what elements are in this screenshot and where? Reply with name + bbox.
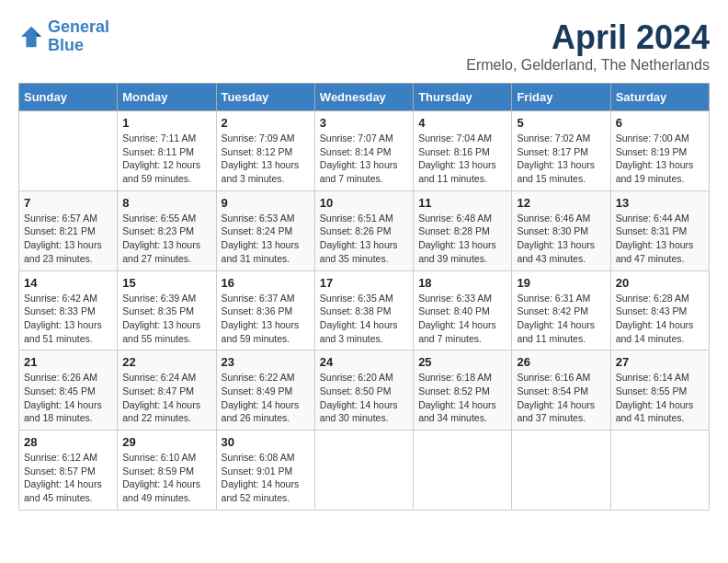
calendar-cell: 12Sunrise: 6:46 AMSunset: 8:30 PMDayligh… xyxy=(512,190,610,270)
header-day-sunday: Sunday xyxy=(19,84,118,111)
day-info: Sunrise: 6:12 AMSunset: 8:57 PMDaylight:… xyxy=(24,451,112,505)
title-area: April 2024 Ermelo, Gelderland, The Nethe… xyxy=(466,18,710,74)
day-number: 7 xyxy=(24,196,112,210)
calendar-cell: 7Sunrise: 6:57 AMSunset: 8:21 PMDaylight… xyxy=(19,190,118,270)
day-info: Sunrise: 6:22 AMSunset: 8:49 PMDaylight:… xyxy=(222,371,310,425)
day-number: 6 xyxy=(616,116,704,130)
day-info: Sunrise: 6:42 AMSunset: 8:33 PMDaylight:… xyxy=(24,292,112,346)
header-day-wednesday: Wednesday xyxy=(314,84,413,111)
header-day-tuesday: Tuesday xyxy=(216,84,314,111)
calendar-cell: 14Sunrise: 6:42 AMSunset: 8:33 PMDayligh… xyxy=(19,270,118,350)
day-number: 26 xyxy=(517,355,605,369)
calendar-cell: 8Sunrise: 6:55 AMSunset: 8:23 PMDaylight… xyxy=(118,190,216,270)
calendar-cell xyxy=(314,431,413,511)
day-info: Sunrise: 6:51 AMSunset: 8:26 PMDaylight:… xyxy=(320,212,408,266)
day-info: Sunrise: 6:57 AMSunset: 8:21 PMDaylight:… xyxy=(24,212,112,266)
header-day-saturday: Saturday xyxy=(610,84,709,111)
day-number: 4 xyxy=(418,116,506,130)
day-number: 24 xyxy=(320,355,408,369)
week-row-5: 28Sunrise: 6:12 AMSunset: 8:57 PMDayligh… xyxy=(19,431,710,511)
header-day-friday: Friday xyxy=(512,84,610,111)
day-info: Sunrise: 6:24 AMSunset: 8:47 PMDaylight:… xyxy=(122,371,210,425)
day-number: 28 xyxy=(24,435,112,449)
day-info: Sunrise: 7:07 AMSunset: 8:14 PMDaylight:… xyxy=(320,132,408,186)
day-info: Sunrise: 6:26 AMSunset: 8:45 PMDaylight:… xyxy=(24,371,112,425)
day-number: 17 xyxy=(320,276,408,290)
day-number: 8 xyxy=(122,196,210,210)
week-row-2: 7Sunrise: 6:57 AMSunset: 8:21 PMDaylight… xyxy=(19,190,710,270)
day-number: 25 xyxy=(418,355,506,369)
calendar-cell: 16Sunrise: 6:37 AMSunset: 8:36 PMDayligh… xyxy=(216,270,314,350)
calendar-cell: 6Sunrise: 7:00 AMSunset: 8:19 PMDaylight… xyxy=(610,111,709,191)
calendar-cell xyxy=(19,111,118,191)
calendar-cell: 15Sunrise: 6:39 AMSunset: 8:35 PMDayligh… xyxy=(118,270,216,350)
day-number: 18 xyxy=(418,276,506,290)
day-info: Sunrise: 6:46 AMSunset: 8:30 PMDaylight:… xyxy=(517,212,605,266)
day-info: Sunrise: 6:37 AMSunset: 8:36 PMDaylight:… xyxy=(222,292,310,346)
day-number: 13 xyxy=(616,196,704,210)
header-day-monday: Monday xyxy=(118,84,216,111)
day-number: 3 xyxy=(320,116,408,130)
day-number: 5 xyxy=(517,116,605,130)
day-number: 30 xyxy=(222,435,310,449)
week-row-1: 1Sunrise: 7:11 AMSunset: 8:11 PMDaylight… xyxy=(19,111,710,191)
calendar-cell: 13Sunrise: 6:44 AMSunset: 8:31 PMDayligh… xyxy=(610,190,709,270)
day-number: 29 xyxy=(122,435,210,449)
day-number: 11 xyxy=(418,196,506,210)
day-info: Sunrise: 6:55 AMSunset: 8:23 PMDaylight:… xyxy=(122,212,210,266)
calendar-cell: 22Sunrise: 6:24 AMSunset: 8:47 PMDayligh… xyxy=(118,350,216,431)
day-number: 9 xyxy=(222,196,310,210)
page-title: April 2024 xyxy=(466,18,710,57)
calendar-table: SundayMondayTuesdayWednesdayThursdayFrid… xyxy=(18,83,710,511)
day-info: Sunrise: 6:35 AMSunset: 8:38 PMDaylight:… xyxy=(320,292,408,346)
day-info: Sunrise: 6:16 AMSunset: 8:54 PMDaylight:… xyxy=(517,371,605,425)
calendar-cell: 24Sunrise: 6:20 AMSunset: 8:50 PMDayligh… xyxy=(314,350,413,431)
day-info: Sunrise: 7:11 AMSunset: 8:11 PMDaylight:… xyxy=(122,132,210,186)
calendar-cell: 17Sunrise: 6:35 AMSunset: 8:38 PMDayligh… xyxy=(314,270,413,350)
subtitle: Ermelo, Gelderland, The Netherlands xyxy=(466,57,710,74)
day-info: Sunrise: 6:39 AMSunset: 8:35 PMDaylight:… xyxy=(122,292,210,346)
calendar-cell: 4Sunrise: 7:04 AMSunset: 8:16 PMDaylight… xyxy=(414,111,512,191)
day-number: 27 xyxy=(616,355,704,369)
day-info: Sunrise: 6:48 AMSunset: 8:28 PMDaylight:… xyxy=(418,212,506,266)
calendar-cell: 11Sunrise: 6:48 AMSunset: 8:28 PMDayligh… xyxy=(414,190,512,270)
week-row-3: 14Sunrise: 6:42 AMSunset: 8:33 PMDayligh… xyxy=(19,270,710,350)
calendar-cell xyxy=(414,431,512,511)
day-info: Sunrise: 6:20 AMSunset: 8:50 PMDaylight:… xyxy=(320,371,408,425)
calendar-cell: 28Sunrise: 6:12 AMSunset: 8:57 PMDayligh… xyxy=(19,431,118,511)
day-number: 10 xyxy=(320,196,408,210)
calendar-cell: 29Sunrise: 6:10 AMSunset: 8:59 PMDayligh… xyxy=(118,431,216,511)
calendar-cell: 2Sunrise: 7:09 AMSunset: 8:12 PMDaylight… xyxy=(216,111,314,191)
calendar-cell: 26Sunrise: 6:16 AMSunset: 8:54 PMDayligh… xyxy=(512,350,610,431)
day-info: Sunrise: 7:00 AMSunset: 8:19 PMDaylight:… xyxy=(616,132,704,186)
calendar-cell: 19Sunrise: 6:31 AMSunset: 8:42 PMDayligh… xyxy=(512,270,610,350)
day-info: Sunrise: 6:18 AMSunset: 8:52 PMDaylight:… xyxy=(418,371,506,425)
calendar-cell: 20Sunrise: 6:28 AMSunset: 8:43 PMDayligh… xyxy=(610,270,709,350)
day-info: Sunrise: 6:31 AMSunset: 8:42 PMDaylight:… xyxy=(517,292,605,346)
day-number: 20 xyxy=(616,276,704,290)
day-info: Sunrise: 6:10 AMSunset: 8:59 PMDaylight:… xyxy=(122,451,210,505)
logo-icon xyxy=(18,24,44,50)
day-info: Sunrise: 6:53 AMSunset: 8:24 PMDaylight:… xyxy=(222,212,310,266)
calendar-body: 1Sunrise: 7:11 AMSunset: 8:11 PMDaylight… xyxy=(19,111,710,511)
week-row-4: 21Sunrise: 6:26 AMSunset: 8:45 PMDayligh… xyxy=(19,350,710,431)
day-info: Sunrise: 6:44 AMSunset: 8:31 PMDaylight:… xyxy=(616,212,704,266)
calendar-cell: 5Sunrise: 7:02 AMSunset: 8:17 PMDaylight… xyxy=(512,111,610,191)
day-info: Sunrise: 6:33 AMSunset: 8:40 PMDaylight:… xyxy=(418,292,506,346)
day-number: 1 xyxy=(122,116,210,130)
calendar-cell: 1Sunrise: 7:11 AMSunset: 8:11 PMDaylight… xyxy=(118,111,216,191)
calendar-header-row: SundayMondayTuesdayWednesdayThursdayFrid… xyxy=(19,84,710,111)
calendar-cell: 25Sunrise: 6:18 AMSunset: 8:52 PMDayligh… xyxy=(414,350,512,431)
calendar-cell: 27Sunrise: 6:14 AMSunset: 8:55 PMDayligh… xyxy=(610,350,709,431)
logo-text-line1: General xyxy=(48,18,109,37)
calendar-cell: 21Sunrise: 6:26 AMSunset: 8:45 PMDayligh… xyxy=(19,350,118,431)
day-info: Sunrise: 6:28 AMSunset: 8:43 PMDaylight:… xyxy=(616,292,704,346)
day-info: Sunrise: 6:08 AMSunset: 9:01 PMDaylight:… xyxy=(222,451,310,505)
day-info: Sunrise: 7:09 AMSunset: 8:12 PMDaylight:… xyxy=(222,132,310,186)
logo: General Blue xyxy=(18,18,109,55)
day-info: Sunrise: 7:02 AMSunset: 8:17 PMDaylight:… xyxy=(517,132,605,186)
calendar-cell: 23Sunrise: 6:22 AMSunset: 8:49 PMDayligh… xyxy=(216,350,314,431)
day-number: 19 xyxy=(517,276,605,290)
day-number: 16 xyxy=(222,276,310,290)
day-number: 23 xyxy=(222,355,310,369)
